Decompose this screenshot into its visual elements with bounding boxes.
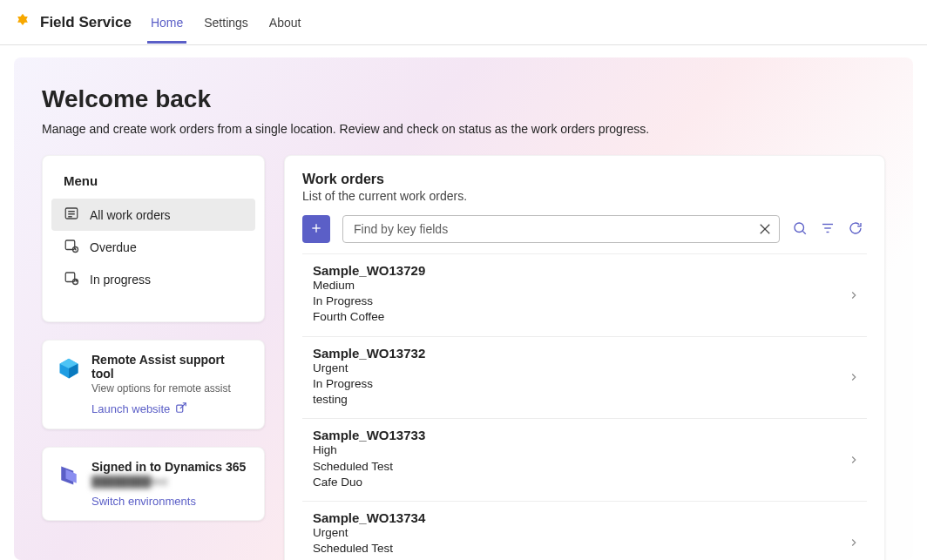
row-account: Cafe Duo [313, 475, 863, 490]
search-icon[interactable] [792, 220, 808, 239]
work-orders-title: Work orders [302, 172, 867, 187]
app-title: Field Service [40, 14, 132, 31]
work-order-row[interactable]: Sample_WO13729MediumIn ProgressFourth Co… [302, 253, 867, 337]
search-wrap [342, 215, 780, 243]
menu-item-all[interactable]: All work orders [51, 199, 255, 231]
nav-home[interactable]: Home [151, 2, 183, 44]
dynamics-card: Signed in to Dynamics 365 ████████test S… [42, 447, 265, 521]
nav-settings[interactable]: Settings [204, 2, 248, 44]
search-input[interactable] [342, 215, 780, 243]
app-logo-icon [14, 12, 31, 32]
menu-card: Menu All work orders Overdue [42, 155, 265, 322]
switch-environments-link[interactable]: Switch environments [91, 495, 196, 508]
row-id: Sample_WO13732 [313, 346, 863, 361]
row-id: Sample_WO13733 [313, 428, 863, 442]
chevron-right-icon [848, 536, 860, 549]
menu-item-inprogress[interactable]: In progress [51, 263, 255, 295]
row-account: Fourth Coffee [313, 309, 863, 325]
menu-item-overdue[interactable]: Overdue [51, 231, 255, 263]
clear-icon[interactable] [757, 221, 773, 237]
remote-assist-subtitle: View options for remote assist [91, 382, 250, 395]
filter-icon[interactable] [820, 220, 836, 239]
remote-assist-title: Remote Assist support tool [91, 353, 250, 381]
list-icon [64, 206, 79, 224]
svg-point-16 [795, 223, 804, 233]
row-id: Sample_WO13729 [313, 263, 863, 278]
work-orders-card: Work orders List of the current work ord… [284, 155, 885, 560]
progress-icon [64, 270, 79, 288]
row-id: Sample_WO13734 [313, 510, 863, 525]
dynamics-env: ████████test [91, 476, 246, 488]
dynamics-icon [57, 460, 81, 508]
nav-about[interactable]: About [269, 2, 301, 44]
chevron-right-icon [848, 289, 860, 301]
dynamics-title: Signed in to Dynamics 365 [91, 460, 246, 474]
page: Welcome back Manage and create work orde… [14, 57, 913, 560]
row-priority: Urgent [313, 361, 863, 376]
sidebar: Menu All work orders Overdue [42, 155, 265, 560]
page-subtitle: Manage and create work orders from a sin… [42, 122, 885, 136]
svg-rect-11 [177, 405, 183, 412]
row-account: testing [313, 392, 863, 408]
row-status: Scheduled Test [313, 459, 863, 475]
menu-item-label: Overdue [90, 240, 137, 254]
row-account: Cafe Duo [313, 557, 863, 560]
menu-title: Menu [64, 173, 243, 188]
chevron-right-icon [848, 371, 860, 383]
toolbar [302, 215, 867, 243]
work-orders-subtitle: List of the current work orders. [302, 189, 867, 203]
launch-website-link[interactable]: Launch website [91, 401, 187, 416]
work-order-list: Sample_WO13729MediumIn ProgressFourth Co… [302, 253, 867, 560]
work-order-row[interactable]: Sample_WO13732UrgentIn Progresstesting [302, 337, 867, 420]
page-title: Welcome back [42, 85, 885, 113]
plus-icon [309, 221, 323, 238]
row-priority: High [313, 442, 863, 458]
main-column: Work orders List of the current work ord… [284, 155, 885, 560]
hexagon-icon [57, 353, 81, 416]
menu-item-label: In progress [90, 273, 151, 287]
top-nav: Home Settings About [151, 2, 301, 44]
refresh-icon[interactable] [848, 220, 863, 239]
remote-assist-card: Remote Assist support tool View options … [42, 340, 265, 429]
row-priority: Medium [313, 278, 863, 293]
work-order-row[interactable]: Sample_WO13734UrgentScheduled TestCafe D… [302, 502, 867, 560]
link-label: Launch website [91, 402, 170, 415]
chevron-right-icon [848, 454, 860, 466]
clock-icon [64, 238, 79, 256]
row-status: In Progress [313, 293, 863, 309]
add-button[interactable] [302, 215, 330, 243]
row-priority: Urgent [313, 525, 863, 541]
row-status: In Progress [313, 376, 863, 392]
app-logo: Field Service [14, 12, 132, 32]
row-status: Scheduled Test [313, 541, 863, 557]
external-link-icon [175, 401, 187, 416]
app-header: Field Service Home Settings About [0, 0, 927, 45]
menu-item-label: All work orders [90, 208, 171, 222]
link-label: Switch environments [91, 495, 196, 508]
svg-line-17 [802, 231, 805, 233]
work-order-row[interactable]: Sample_WO13733HighScheduled TestCafe Duo [302, 419, 867, 502]
